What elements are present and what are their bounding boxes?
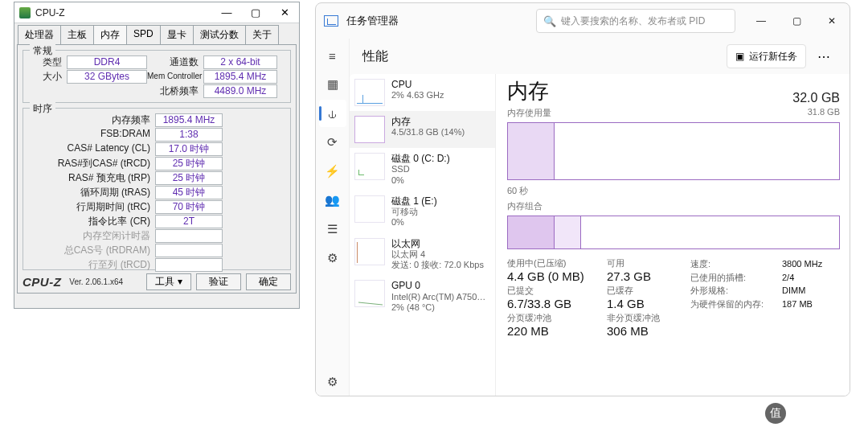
nb-label: 北桥频率 [147, 84, 203, 98]
trp-label: RAS# 预充电 (tRP) [28, 171, 155, 185]
search-placeholder: 键入要搜索的名称、发布者或 PID [561, 14, 705, 28]
watermark-badge-icon: 值 [765, 403, 786, 424]
sidebar-processes[interactable]: ▦ [319, 71, 346, 98]
tm-titlebar[interactable]: 任务管理器 🔍 键入要搜索的名称、发布者或 PID — ▢ ✕ [316, 3, 850, 39]
sidebar-history[interactable]: ⟳ [319, 129, 346, 156]
memory-stats: 使用中(已压缩)4.4 GB (0 MB) 可用27.3 GB 速度: 已使用的… [507, 257, 846, 338]
perf-item-disk1[interactable]: 磁盘 1 (E:)可移动0% [350, 191, 495, 233]
cas-value: 17.0 时钟 [155, 142, 223, 156]
trp-value: 25 时钟 [155, 171, 223, 185]
cpuz-footer: CPU-Z Ver. 2.06.1.x64 工具 ▾ 验证 确定 [23, 272, 291, 291]
sparkline-icon [358, 298, 383, 304]
trdram-value [155, 244, 223, 257]
form-factor-value: DIMM [782, 284, 822, 298]
nonpaged-pool-value: 306 MB [607, 324, 687, 338]
cpuz-window: CPU-Z — ▢ ✕ 处理器 主板 内存 SPD 显卡 测试分数 关于 常规 … [14, 2, 300, 309]
sidebar-services[interactable]: ⚙ [319, 244, 346, 272]
perf-item-ethernet[interactable]: 以太网以太网 4发送: 0 接收: 72.0 Kbps [350, 233, 495, 276]
group-general: 常规 类型DDR4 通道数2 x 64-bit 大小32 GBytes Mem … [23, 50, 291, 103]
tm-minimize[interactable]: — [743, 5, 779, 37]
committed-value: 6.7/33.8 GB [507, 297, 604, 310]
tm-maximize[interactable]: ▢ [779, 5, 814, 37]
inuse-value: 4.4 GB (0 MB) [507, 269, 604, 283]
row2col-label: 行至列 (tRCD) [28, 258, 155, 272]
sparkline-icon [357, 242, 365, 263]
perf-item-cpu[interactable]: CPU2% 4.63 GHz [350, 74, 495, 111]
more-options-button[interactable]: ⋯ [811, 44, 837, 68]
tab-spd[interactable]: SPD [126, 25, 161, 44]
trcd-label: RAS#到CAS# (tRCD) [28, 157, 155, 170]
usage-label: 内存使用量 [507, 107, 551, 119]
sidebar-settings[interactable]: ⚙ [319, 368, 346, 396]
perf-item-gpu0[interactable]: GPU 0Intel(R) Arc(TM) A750…2% (48 °C) [350, 275, 495, 318]
cpuz-titlebar[interactable]: CPU-Z — ▢ ✕ [14, 2, 299, 23]
group-general-title: 常规 [30, 44, 55, 58]
cr-value: 2T [155, 215, 223, 228]
validate-button[interactable]: 验证 [196, 273, 241, 290]
ok-button[interactable]: 确定 [246, 273, 291, 290]
tm-close[interactable]: ✕ [814, 5, 850, 37]
slots-value: 2/4 [782, 271, 822, 285]
tab-graphics[interactable]: 显卡 [160, 25, 194, 44]
available-value: 27.3 GB [607, 269, 687, 283]
detail-title: 内存 [507, 77, 549, 105]
tm-section-header: 性能 ▣ 运行新任务 ⋯ [350, 39, 850, 74]
sidebar-startup[interactable]: ⚡ [319, 158, 346, 185]
minimize-button[interactable]: — [212, 3, 241, 23]
paged-pool-value: 220 MB [507, 324, 604, 338]
cpuz-app-icon [19, 7, 31, 18]
perf-list: CPU2% 4.63 GHz 内存4.5/31.8 GB (14%) 磁盘 0 … [350, 74, 496, 396]
tab-memory[interactable]: 内存 [93, 25, 127, 44]
task-manager-icon [324, 15, 338, 27]
memctl-value: 1895.4 MHz [203, 70, 277, 84]
section-title: 性能 [362, 48, 388, 65]
tab-about[interactable]: 关于 [245, 25, 279, 44]
group-timings-title: 时序 [30, 102, 55, 116]
memory-composition-chart [507, 216, 840, 249]
run-new-task-icon: ▣ [735, 51, 744, 62]
tab-cpu[interactable]: 处理器 [18, 25, 61, 44]
perf-item-disk0[interactable]: 磁盘 0 (C: D:)SSD0% [350, 148, 495, 191]
tm-sidebar: ≡ ▦ ⫝ ⟳ ⚡ 👥 ☰ ⚙ ⚙ [316, 39, 350, 396]
tab-bench[interactable]: 测试分数 [193, 25, 246, 44]
run-new-task-label: 运行新任务 [749, 50, 797, 64]
sidebar-users[interactable]: 👥 [319, 187, 346, 214]
tm-title: 任务管理器 [346, 14, 399, 28]
search-input[interactable]: 🔍 键入要搜索的名称、发布者或 PID [536, 9, 735, 33]
size-label: 大小 [28, 70, 67, 84]
composition-label: 内存组合 [507, 200, 840, 212]
close-button[interactable]: ✕ [270, 3, 299, 23]
cr-label: 指令比率 (CR) [28, 215, 155, 228]
sidebar-details[interactable]: ☰ [319, 216, 346, 243]
run-new-task-button[interactable]: ▣ 运行新任务 [727, 44, 806, 68]
trc-label: 行周期时间 (tRC) [28, 200, 155, 214]
watermark: 值什么值得买 [765, 403, 863, 424]
fsb-label: FSB:DRAM [28, 128, 155, 142]
hw-reserved-value: 187 MB [782, 298, 822, 311]
tab-mainboard[interactable]: 主板 [60, 25, 94, 44]
tm-main: CPU2% 4.63 GHz 内存4.5/31.8 GB (14%) 磁盘 0 … [350, 74, 850, 396]
size-value: 32 GBytes [67, 70, 147, 84]
detail-total: 32.0 GB [792, 91, 840, 105]
cas-label: CAS# Latency (CL) [28, 142, 155, 156]
idle-timer-value [155, 229, 223, 243]
memory-usage-chart [507, 122, 840, 180]
row2col-value [155, 258, 223, 272]
tools-button[interactable]: 工具 ▾ [146, 273, 191, 290]
cpuz-tabstrip: 处理器 主板 内存 SPD 显卡 测试分数 关于 [14, 23, 299, 44]
trcd-value: 25 时钟 [155, 157, 223, 170]
usage-max: 31.8 GB [808, 107, 840, 119]
chart-x-label: 60 秒 [507, 185, 840, 197]
perf-item-memory[interactable]: 内存4.5/31.8 GB (14%) [350, 111, 495, 148]
tras-label: 循环周期 (tRAS) [28, 186, 155, 199]
cpuz-title: CPU-Z [35, 7, 212, 18]
maximize-button[interactable]: ▢ [241, 3, 270, 23]
sparkline-icon [357, 94, 383, 104]
cached-value: 1.4 GB [607, 297, 687, 310]
brand-text: CPU-Z [23, 275, 61, 289]
sidebar-menu-toggle[interactable]: ≡ [319, 42, 346, 69]
tras-value: 45 时钟 [155, 186, 223, 199]
sidebar-performance[interactable]: ⫝ [319, 100, 346, 127]
memory-detail-pane: 内存 32.0 GB 内存使用量31.8 GB 60 秒 内存组合 使用中(已压… [496, 74, 850, 396]
memctl-label: Mem Controller [147, 70, 203, 84]
